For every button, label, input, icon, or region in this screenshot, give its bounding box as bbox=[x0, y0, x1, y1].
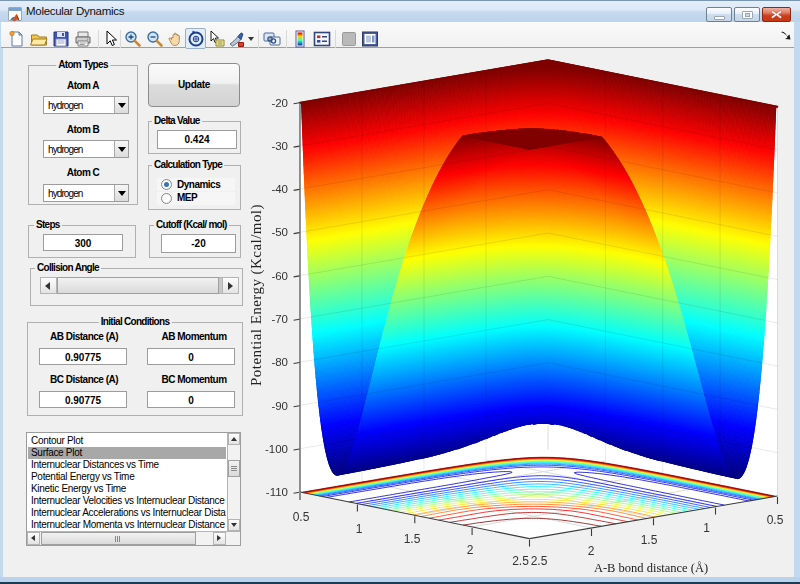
svg-text:2.5: 2.5 bbox=[512, 554, 529, 568]
svg-text:1: 1 bbox=[356, 522, 363, 536]
svg-text:-30: -30 bbox=[271, 140, 288, 152]
svg-text:0.5: 0.5 bbox=[293, 510, 310, 524]
svg-text:-80: -80 bbox=[271, 356, 288, 368]
svg-text:-50: -50 bbox=[271, 226, 288, 238]
svg-text:1.5: 1.5 bbox=[404, 532, 421, 546]
svg-text:1.5: 1.5 bbox=[641, 533, 658, 547]
svg-text:-70: -70 bbox=[271, 313, 288, 325]
svg-text:-110: -110 bbox=[266, 486, 288, 498]
svg-text:-40: -40 bbox=[271, 183, 288, 195]
svg-text:-90: -90 bbox=[271, 400, 288, 412]
svg-text:2: 2 bbox=[467, 543, 474, 557]
svg-text:-20: -20 bbox=[271, 97, 288, 109]
svg-text:-100: -100 bbox=[265, 443, 288, 455]
svg-text:-60: -60 bbox=[271, 270, 288, 282]
svg-text:0.5: 0.5 bbox=[767, 513, 784, 527]
svg-text:2.5: 2.5 bbox=[531, 554, 548, 568]
svg-text:1: 1 bbox=[703, 521, 710, 535]
svg-text:A-B bond distance (Å): A-B bond distance (Å) bbox=[594, 561, 708, 575]
svg-text:2: 2 bbox=[588, 544, 595, 558]
svg-text:Potential Energy (Kcal/mol): Potential Energy (Kcal/mol) bbox=[248, 204, 265, 386]
